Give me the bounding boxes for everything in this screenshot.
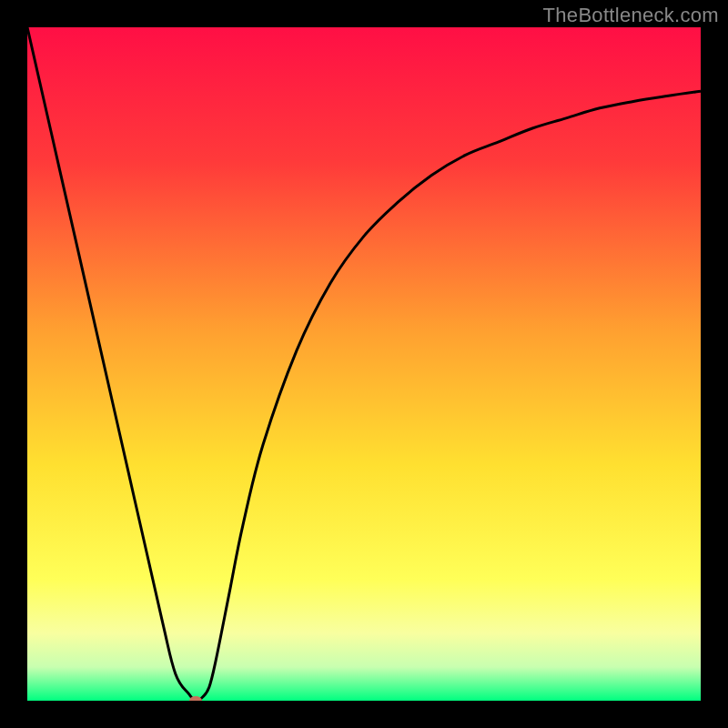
plot-area: [27, 27, 701, 701]
watermark-text: TheBottleneck.com: [543, 4, 719, 27]
curve-path: [27, 27, 701, 701]
bottleneck-curve: [27, 27, 701, 701]
chart-frame: TheBottleneck.com: [0, 0, 728, 728]
